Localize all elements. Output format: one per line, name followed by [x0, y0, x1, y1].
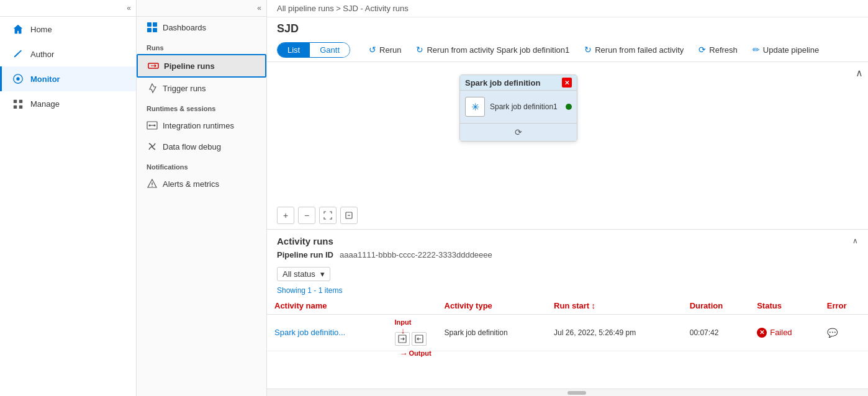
activity-runs-header: Activity runs ∧: [267, 230, 868, 249]
output-button[interactable]: [412, 332, 427, 346]
svg-rect-7: [153, 22, 157, 27]
spark-card-status-dot: [566, 104, 572, 110]
activity-runs-table-wrapper: Activity name Activity type Run start ↕ …: [267, 297, 868, 389]
col-duration[interactable]: Duration: [682, 297, 749, 315]
activity-name-link[interactable]: Spark job definitio...: [274, 328, 345, 337]
spark-card-sync-icon[interactable]: ⟳: [515, 127, 522, 137]
bottom-scrollbar[interactable]: [267, 389, 868, 396]
manage-icon: [12, 97, 24, 110]
edit-icon: [12, 48, 24, 60]
cell-activity-name: Spark job definitio...: [267, 314, 387, 351]
spark-card-close-btn[interactable]: ✕: [562, 78, 572, 88]
output-arrow-icon: →: [400, 349, 408, 358]
refresh-button[interactable]: ⟳ Refresh: [692, 42, 744, 58]
svg-rect-2: [14, 100, 17, 103]
col-io: [387, 297, 437, 315]
spark-card-body: ✳ Spark job definition1: [460, 91, 577, 123]
sidebar-item-data-flow-debug[interactable]: Data flow debug: [137, 136, 266, 157]
runs-section-label: Runs: [137, 38, 266, 54]
canvas-area: Spark job definition ✕ ✳ Spark job defin…: [267, 62, 868, 229]
pipeline-run-id-label: Pipeline run ID: [277, 250, 333, 259]
canvas-collapse-button[interactable]: ∧: [856, 67, 863, 79]
filter-row: All status ▾: [267, 264, 868, 284]
zoom-out-button[interactable]: −: [298, 207, 315, 224]
status-failed-icon: ✕: [757, 328, 767, 338]
sidebar-item-alerts-metrics-label: Alerts & metrics: [163, 179, 219, 189]
spark-card-footer: ⟳: [460, 123, 577, 141]
collapse-second-icon[interactable]: «: [257, 4, 261, 12]
notifications-section-label: Notifications: [137, 157, 266, 173]
spark-card-activity-name: Spark job definition1: [490, 102, 561, 111]
spark-card-title: Spark job definition: [465, 78, 540, 88]
sidebar-item-trigger-runs[interactable]: Trigger runs: [137, 78, 266, 99]
data-flow-debug-icon: [147, 141, 158, 152]
col-activity-type[interactable]: Activity type: [437, 297, 547, 315]
nav-author[interactable]: Author: [0, 42, 136, 66]
reset-zoom-button[interactable]: [340, 207, 358, 224]
chevron-down-icon: ▾: [320, 269, 325, 279]
spark-card-container: Spark job definition ✕ ✳ Spark job defin…: [459, 74, 577, 142]
update-pipeline-button[interactable]: ✏ Update pipeline: [746, 42, 825, 58]
activity-runs-collapse-btn[interactable]: ∧: [852, 236, 858, 245]
fit-screen-button[interactable]: [319, 207, 337, 224]
rerun-label: Rerun: [379, 45, 401, 55]
sidebar-item-dashboards[interactable]: Dashboards: [137, 17, 266, 38]
second-sidebar: « Dashboards Runs Pipeline runs: [137, 0, 267, 396]
dashboard-icon: [147, 22, 158, 33]
pipeline-run-id: Pipeline run ID aaaa1111-bbbb-cccc-2222-…: [267, 249, 868, 264]
breadcrumb-link[interactable]: All pipeline runs: [277, 4, 334, 13]
tab-list[interactable]: List: [278, 43, 310, 57]
rerun-from-failed-button[interactable]: ↻ Rerun from failed activity: [578, 42, 690, 58]
rerun-from-failed-icon: ↻: [584, 45, 592, 55]
sidebar-item-pipeline-runs[interactable]: Pipeline runs: [137, 54, 266, 78]
nav-monitor-label: Monitor: [30, 74, 60, 84]
alert-icon: [147, 178, 158, 189]
cell-error: 💬: [820, 314, 868, 351]
svg-rect-6: [147, 22, 151, 27]
activity-runs-section: Activity runs ∧ Pipeline run ID aaaa1111…: [267, 230, 868, 397]
svg-rect-5: [19, 106, 22, 109]
refresh-label: Refresh: [709, 45, 738, 55]
refresh-icon: ⟳: [698, 45, 706, 55]
rerun-from-failed-label: Rerun from failed activity: [595, 45, 684, 55]
error-chat-icon[interactable]: 💬: [827, 328, 838, 338]
nav-manage[interactable]: Manage: [0, 91, 136, 116]
rerun-button[interactable]: ↺ Rerun: [363, 42, 407, 58]
col-activity-name[interactable]: Activity name: [267, 297, 387, 315]
left-sidebar: « Home Author Monitor Manage: [0, 0, 137, 396]
cell-activity-type: Spark job definition: [437, 314, 547, 351]
activity-runs-title: Activity runs: [277, 236, 333, 246]
breadcrumb: All pipeline runs > SJD - Activity runs: [267, 0, 868, 17]
svg-rect-3: [19, 100, 22, 103]
left-sidebar-collapse[interactable]: «: [0, 0, 136, 17]
nav-author-label: Author: [30, 50, 54, 59]
showing-label: Showing 1 - 1 items: [267, 284, 868, 297]
tab-gantt[interactable]: Gantt: [310, 43, 350, 57]
breadcrumb-separator: >: [336, 4, 343, 13]
svg-point-1: [16, 77, 19, 80]
nav-home[interactable]: Home: [0, 17, 136, 42]
second-sidebar-collapse[interactable]: «: [137, 0, 266, 17]
sidebar-item-trigger-runs-label: Trigger runs: [163, 84, 206, 93]
svg-point-13: [154, 125, 156, 127]
svg-rect-8: [147, 28, 151, 32]
col-run-start[interactable]: Run start ↕: [546, 297, 682, 315]
rerun-from-activity-button[interactable]: ↻ Rerun from activity Spark job definiti…: [410, 42, 576, 58]
col-status[interactable]: Status: [749, 297, 820, 315]
spark-job-icon: ✳: [465, 97, 485, 117]
status-filter-dropdown[interactable]: All status ▾: [277, 267, 330, 281]
table-row: Spark job definitio... Input ↓: [267, 314, 868, 351]
pipeline-runs-icon: [148, 60, 159, 71]
sidebar-item-alerts-metrics[interactable]: Alerts & metrics: [137, 173, 266, 194]
runtimes-section-label: Runtimes & sessions: [137, 99, 266, 115]
nav-monitor[interactable]: Monitor: [0, 66, 136, 91]
pipeline-run-id-value: aaaa1111-bbbb-cccc-2222-3333ddddeeee: [340, 250, 492, 259]
collapse-left-icon[interactable]: «: [127, 4, 131, 12]
sort-icon: ↕: [592, 301, 596, 310]
col-error[interactable]: Error: [820, 297, 868, 315]
zoom-in-button[interactable]: +: [277, 207, 294, 224]
nav-manage-label: Manage: [30, 99, 60, 109]
cell-duration: 00:07:42: [682, 314, 749, 351]
sidebar-item-integration-runtimes[interactable]: Integration runtimes: [137, 115, 266, 136]
cell-status: ✕ Failed: [749, 314, 820, 351]
